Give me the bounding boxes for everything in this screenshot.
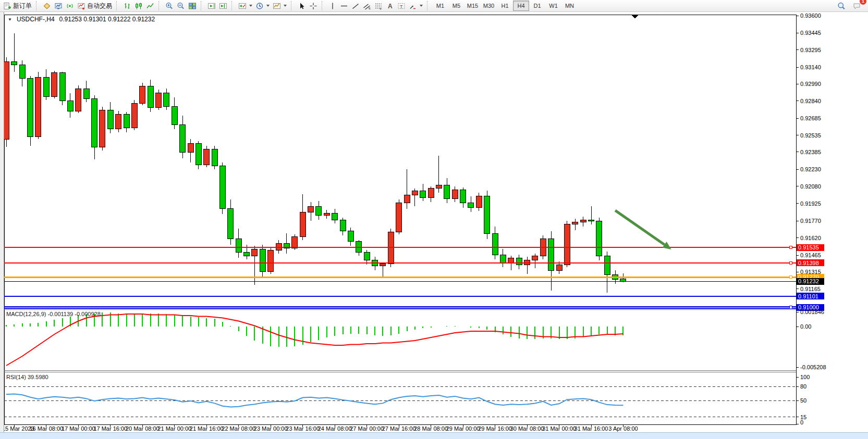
window-left-splitter[interactable] bbox=[0, 12, 4, 432]
indicators-icon bbox=[238, 2, 247, 10]
vertical-line-button[interactable] bbox=[327, 1, 338, 11]
candle bbox=[100, 107, 105, 150]
symbol-dropdown-caret[interactable]: ▼ bbox=[8, 17, 12, 22]
signals-button[interactable] bbox=[64, 1, 76, 11]
price-axis-label: 0.92535 bbox=[800, 132, 821, 139]
hline-handle[interactable] bbox=[789, 246, 792, 249]
equidistant-channel-button[interactable]: E bbox=[361, 1, 373, 11]
price-axis[interactable]: 0.936000.934450.932950.931400.929900.928… bbox=[796, 12, 824, 311]
candle bbox=[140, 83, 145, 105]
notifications-button[interactable]: 1 bbox=[851, 1, 863, 11]
line-chart-button[interactable] bbox=[144, 1, 156, 11]
text-label-button[interactable]: T bbox=[396, 1, 407, 11]
periods-button[interactable] bbox=[254, 1, 271, 11]
price-badge-label: 0.91398 bbox=[798, 260, 819, 266]
candle bbox=[388, 229, 394, 267]
candlestick-chart-button[interactable] bbox=[133, 1, 144, 11]
mt4-window: 新订单自动交易EFATM1M5M15M30H1H4D1W1MN1 0.93600… bbox=[0, 0, 868, 439]
price-axis-label: 0.92385 bbox=[800, 149, 821, 155]
autotrade-button[interactable]: 自动交易 bbox=[76, 1, 114, 11]
candlestick-icon bbox=[135, 2, 143, 10]
price-axis-label: 0.93600 bbox=[800, 12, 821, 19]
rsi-axis-label: 100 bbox=[800, 374, 810, 380]
indicators-button[interactable] bbox=[237, 1, 254, 11]
time-axis-label: 27 Mar 16:00 bbox=[382, 425, 416, 432]
time-axis-label: 22 Mar 08:00 bbox=[222, 425, 255, 432]
publisher-button[interactable] bbox=[53, 1, 64, 11]
chart-shift-button[interactable] bbox=[217, 1, 229, 11]
timeframe-button-m30[interactable]: M30 bbox=[481, 1, 497, 11]
chevron-down-icon[interactable] bbox=[420, 5, 423, 7]
rsi-indicator-label: RSI(14) 39.5980 bbox=[6, 374, 48, 380]
timeframe-button-m5[interactable]: M5 bbox=[448, 1, 464, 11]
bar-chart-button[interactable] bbox=[121, 1, 133, 11]
price-axis-label: 0.92990 bbox=[800, 81, 821, 87]
vertical-line-icon bbox=[328, 2, 337, 10]
timeframe-button-h4[interactable]: H4 bbox=[513, 1, 529, 11]
search-button[interactable] bbox=[836, 1, 847, 11]
price-axis-label: 0.91620 bbox=[800, 235, 821, 241]
macd-axis-label: -0.005208 bbox=[800, 364, 826, 370]
time-axis-label: 31 Mar 16:00 bbox=[574, 425, 608, 432]
window-bottom-strip bbox=[0, 432, 868, 439]
time-axis-label: 29 Mar 00:00 bbox=[446, 425, 480, 432]
new-order-button-label: 新订单 bbox=[13, 2, 32, 10]
text-button[interactable]: A bbox=[384, 1, 396, 11]
templates-button[interactable] bbox=[271, 1, 288, 11]
cursor-button[interactable] bbox=[296, 1, 308, 11]
new-order-button[interactable]: 新订单 bbox=[2, 1, 33, 11]
candle bbox=[76, 85, 81, 114]
tile-windows-button[interactable] bbox=[187, 1, 198, 11]
line-chart-icon bbox=[146, 2, 154, 10]
price-axis-label: 0.92230 bbox=[800, 166, 821, 172]
timeframe-button-m1[interactable]: M1 bbox=[432, 1, 448, 11]
zoom-out-button[interactable] bbox=[175, 1, 187, 11]
chevron-down-icon[interactable] bbox=[284, 5, 287, 7]
signal-icon bbox=[66, 2, 74, 10]
cursor-icon bbox=[298, 2, 306, 10]
notification-badge: 1 bbox=[860, 0, 866, 5]
hline-handle[interactable] bbox=[789, 306, 792, 309]
horizontal-line-button[interactable] bbox=[338, 1, 350, 11]
timeframe-button-m15[interactable]: M15 bbox=[464, 1, 481, 11]
hline-handle[interactable] bbox=[789, 276, 792, 279]
time-axis-label: 20 Mar 08:00 bbox=[126, 425, 160, 432]
trendline-button[interactable] bbox=[350, 1, 361, 11]
rsi-axis-label: 0 bbox=[800, 419, 803, 425]
price-axis-label: 0.91465 bbox=[800, 252, 821, 258]
crosshair-button[interactable] bbox=[308, 1, 319, 11]
price-axis-label: 0.93140 bbox=[800, 64, 821, 70]
timeframe-button-mn[interactable]: MN bbox=[561, 1, 578, 11]
arrows-button[interactable] bbox=[407, 1, 424, 11]
candle bbox=[564, 221, 570, 267]
hline-handle[interactable] bbox=[789, 261, 792, 264]
toolbar-separator bbox=[116, 1, 120, 10]
toolbar: 新订单自动交易EFATM1M5M15M30H1H4D1W1MN1 bbox=[0, 0, 868, 12]
time-axis-label: 29 Mar 16:00 bbox=[478, 425, 512, 432]
price-axis-label: 0.92840 bbox=[800, 98, 821, 104]
horizontal-line-icon bbox=[340, 2, 348, 10]
chevron-down-icon[interactable] bbox=[266, 5, 270, 7]
text-icon: A bbox=[386, 2, 394, 10]
chart-canvas[interactable]: 0.936000.934450.932950.931400.929900.928… bbox=[0, 0, 868, 439]
price-badge-label: 0.91232 bbox=[798, 278, 819, 284]
candle bbox=[396, 199, 402, 234]
gold-button[interactable] bbox=[41, 1, 53, 11]
macd-axis-label: 0.00 bbox=[800, 323, 811, 330]
auto-scroll-button[interactable] bbox=[206, 1, 217, 11]
toolbar-separator bbox=[322, 1, 325, 10]
price-badge-label: 0.91101 bbox=[798, 293, 818, 299]
zoom-in-button[interactable] bbox=[164, 1, 175, 11]
toolbar-separator bbox=[427, 1, 431, 10]
fibonacci-button[interactable]: F bbox=[373, 1, 384, 11]
timeframe-button-d1[interactable]: D1 bbox=[529, 1, 545, 11]
chart-symbol-period: USDCHF-,H4 bbox=[17, 16, 55, 23]
price-axis-label: 0.93445 bbox=[800, 30, 821, 36]
timeframe-button-w1[interactable]: W1 bbox=[545, 1, 561, 11]
timeframe-button-h1[interactable]: H1 bbox=[497, 1, 513, 11]
time-axis[interactable]: 15 Mar 202316 Mar 08:0017 Mar 00:0017 Ma… bbox=[2, 425, 638, 432]
price-axis-label: 0.91770 bbox=[800, 218, 821, 224]
rsi-axis-label: 80 bbox=[800, 383, 806, 390]
periods-icon bbox=[255, 2, 264, 10]
chevron-down-icon[interactable] bbox=[249, 5, 252, 7]
